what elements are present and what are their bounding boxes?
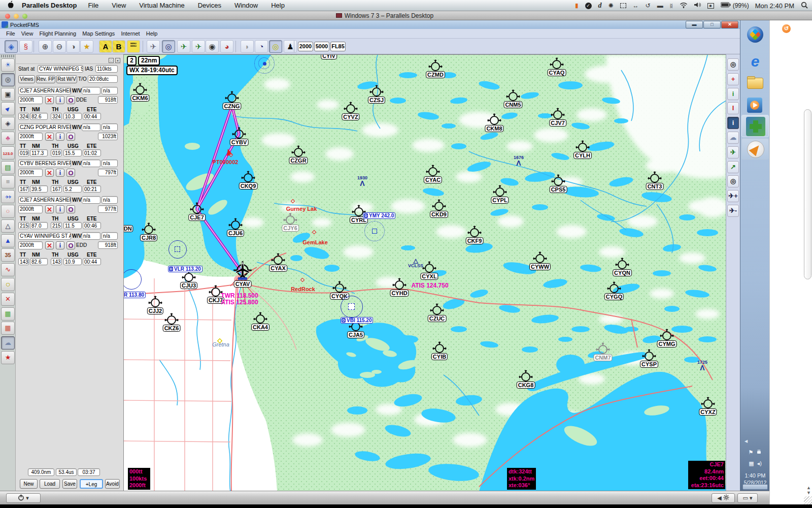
- airport-label-ckg8[interactable]: CKG8: [517, 382, 535, 389]
- taskbar-explorer-icon[interactable]: [744, 74, 766, 94]
- zoom-in-icon[interactable]: ⊕: [39, 40, 52, 53]
- airport-label-cjy6[interactable]: CJY6: [282, 225, 299, 232]
- mac-menu-file[interactable]: File: [88, 2, 98, 9]
- map-canvas[interactable]: CKM6CZNGCYBVCZMDCYAQCZSJCYVZCNM5CKM8CJV7…: [123, 54, 726, 491]
- wv-field-1[interactable]: n/a: [82, 232, 100, 240]
- action-button-save[interactable]: Save: [62, 479, 77, 489]
- keyboard-menubar-icon[interactable]: ✱: [707, 3, 714, 9]
- wifi-menubar-icon[interactable]: [680, 2, 688, 10]
- locate-icon[interactable]: ◎: [269, 40, 282, 53]
- window-resize-grip[interactable]: [804, 496, 812, 504]
- mac-menu-view[interactable]: View: [112, 2, 126, 9]
- vm-power-button[interactable]: ▾: [6, 493, 41, 503]
- leg-altitude-field[interactable]: 2000ft: [18, 133, 43, 141]
- volume-tray-icon[interactable]: ◂): [757, 460, 762, 466]
- wv-field-2[interactable]: n/a: [101, 123, 118, 131]
- leg-waypoint-field[interactable]: CYAV WINNIPEG ST AN: [18, 232, 71, 240]
- leg-delete-button[interactable]: ✕: [45, 205, 54, 213]
- navaid-vbi[interactable]: DVBI 115.20: [341, 317, 373, 324]
- navaid-vlr[interactable]: DVLR 113.20: [168, 266, 202, 272]
- action-button-new[interactable]: New: [20, 479, 38, 489]
- mac-menu-devices[interactable]: Devices: [198, 2, 221, 9]
- tray-expand-icon[interactable]: ◀: [745, 439, 748, 443]
- navaid-ymy[interactable]: DYMY 242.0: [363, 212, 395, 219]
- terrain-map-icon[interactable]: ▦: [1, 307, 15, 321]
- start-airport-field[interactable]: CYAV WINNIPEG S: [38, 65, 83, 73]
- gear-menubar-icon[interactable]: ✺: [608, 2, 614, 9]
- airport-label-cyhd[interactable]: CYHD: [390, 290, 409, 297]
- satellite-view-icon[interactable]: ◈: [5, 40, 18, 53]
- panel-float-icon[interactable]: □: [109, 58, 114, 63]
- plane-deselect-icon[interactable]: ✈: [147, 40, 160, 53]
- leg-altitude-field[interactable]: 2000ft: [18, 96, 43, 104]
- action-button-load[interactable]: Load: [40, 479, 60, 489]
- plane-climb-icon[interactable]: ✈: [177, 40, 190, 53]
- display-mode-button[interactable]: ▭ ▾: [737, 493, 758, 503]
- scrollbar-arrows[interactable]: ▲▼: [806, 485, 811, 495]
- airport-label-czuc[interactable]: CZUC: [428, 315, 447, 322]
- wv-field-1[interactable]: n/a: [82, 160, 100, 167]
- leg-options-button[interactable]: O: [66, 205, 75, 213]
- apple-menu-icon[interactable]: [7, 1, 14, 10]
- airport-label-cja5[interactable]: CJA5: [347, 331, 364, 338]
- airport-label-ydn[interactable]: YDN: [123, 225, 133, 232]
- target-rings-icon[interactable]: ◎: [1, 73, 15, 86]
- leg-options-button[interactable]: O: [66, 96, 75, 104]
- center-map-icon[interactable]: ◎: [162, 40, 175, 53]
- mac-clock[interactable]: Mon 2:40 PM: [755, 2, 794, 10]
- leg-info-button[interactable]: i: [56, 205, 64, 213]
- taskbar-clock[interactable]: 1:40 PM: [740, 472, 770, 479]
- frequency-icon[interactable]: 123.0: [1, 146, 15, 160]
- d-menubar-icon[interactable]: d: [598, 2, 602, 10]
- leg-waypoint-field[interactable]: CJE7 ASHERN ASHERN: [18, 196, 71, 204]
- airport-label-cka4[interactable]: CKA4: [251, 324, 269, 331]
- airport-label-ckd9[interactable]: CKD9: [430, 211, 448, 218]
- info-selected-tool[interactable]: i: [727, 117, 739, 129]
- airport-label-cyav[interactable]: CYAV: [234, 280, 252, 288]
- network-icon[interactable]: ▦: [749, 460, 754, 466]
- pocketfms-titlebar[interactable]: PocketFMS: [0, 20, 769, 29]
- map-center-tool[interactable]: ◎: [727, 58, 739, 71]
- leg-delete-button[interactable]: ✕: [45, 133, 54, 141]
- pfms-menu-flight-planning[interactable]: Flight Planning: [39, 30, 76, 37]
- reset-wv-button[interactable]: Rst W/V: [56, 75, 77, 83]
- snapshot-icon[interactable]: ▣: [1, 88, 15, 101]
- airport-label-ckz6[interactable]: CKZ6: [163, 325, 181, 332]
- action-center-flag-icon[interactable]: ⚑: [749, 449, 754, 455]
- leg-info-button[interactable]: i: [56, 241, 64, 249]
- airport-label-ckf9[interactable]: CKF9: [466, 237, 484, 244]
- airport-label-cje7[interactable]: CJE7: [188, 214, 206, 221]
- menu-menu-button[interactable]: MENUMENU: [127, 40, 140, 53]
- label-a-button[interactable]: A: [99, 40, 112, 53]
- display-menubar-icon[interactable]: ▬: [657, 2, 663, 9]
- start-orb[interactable]: [747, 26, 763, 43]
- taskbar-nav-app-button[interactable]: [741, 138, 769, 160]
- close-button[interactable]: ✕: [721, 21, 738, 28]
- yellow-ring-icon[interactable]: ○: [1, 278, 15, 291]
- terrain-map2-icon[interactable]: ▦: [1, 322, 15, 335]
- leg-info-button[interactable]: i: [56, 169, 64, 177]
- bluetooth-menubar-icon[interactable]: ᛥ: [670, 3, 673, 9]
- mac-menu-window[interactable]: Window: [234, 2, 258, 9]
- ias-field[interactable]: 110kts: [95, 65, 118, 73]
- pfms-menu-file[interactable]: File: [6, 30, 15, 37]
- terrain-splat-icon[interactable]: ♣: [1, 132, 15, 145]
- selection-menubar-icon[interactable]: [620, 3, 626, 8]
- globe-time-icon[interactable]: ◔: [255, 40, 268, 53]
- waypoint-label-redrock[interactable]: RedRock: [291, 286, 315, 292]
- airport-label-cylh[interactable]: CYLH: [573, 152, 592, 159]
- helmet-icon[interactable]: ◗: [241, 40, 254, 53]
- plane-vertical-icon[interactable]: ✈: [192, 40, 205, 53]
- waypoint-label-gurney-lak[interactable]: Gurney Lak: [286, 206, 317, 212]
- airport-label-cysp[interactable]: CYSP: [640, 361, 658, 368]
- airport-label-cju3[interactable]: CJU3: [180, 282, 197, 289]
- leg-delete-button[interactable]: ✕: [45, 169, 54, 177]
- leg-info-button[interactable]: i: [56, 133, 64, 141]
- taskbar-pocketfms-button[interactable]: [741, 115, 769, 137]
- taskbar-ie-icon[interactable]: e: [744, 52, 766, 72]
- add-waypoint-tool[interactable]: ✈+: [727, 190, 739, 202]
- flightlog-icon[interactable]: ▤: [1, 161, 15, 174]
- airport-label-cyww[interactable]: CYWW: [529, 263, 551, 270]
- views-button[interactable]: Views: [18, 75, 35, 83]
- leg-options-button[interactable]: O: [66, 241, 75, 249]
